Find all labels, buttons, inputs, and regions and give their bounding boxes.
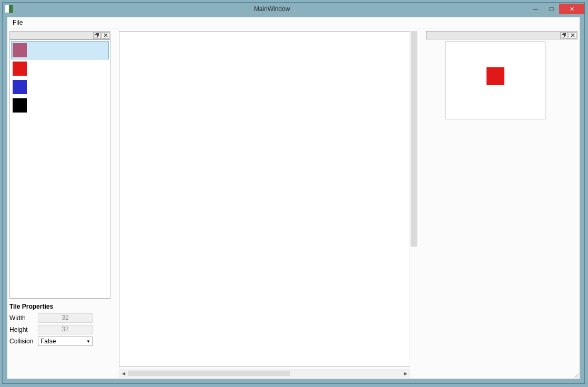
vertical-scrollbar[interactable] (410, 31, 418, 247)
palette-swatch (13, 62, 27, 76)
titlebar[interactable]: MainWindow — ❐ ✕ (3, 3, 584, 15)
chevron-down-icon: ▼ (85, 339, 92, 344)
palette-swatch (13, 98, 27, 113)
client-area: File (7, 17, 580, 379)
tile-properties-heading: Tile Properties (9, 303, 110, 310)
minimize-button[interactable]: — (528, 4, 543, 14)
scrollbar-thumb[interactable] (128, 371, 290, 376)
prop-row-height: Height 32 (9, 325, 110, 334)
palette-swatch (13, 43, 27, 57)
width-field: 32 (38, 313, 93, 323)
right-dock (426, 31, 577, 378)
maximize-button[interactable]: ❐ (543, 4, 559, 14)
scroll-left-icon[interactable]: ◀ (119, 370, 128, 377)
body-area: Tile Properties Width 32 Height 32 Colli… (7, 29, 580, 379)
preview-panel[interactable] (445, 42, 545, 119)
palette-swatch (13, 80, 27, 94)
app-icon (5, 5, 13, 13)
prop-row-width: Width 32 (9, 313, 110, 323)
canvas-wrap (119, 31, 418, 367)
map-canvas[interactable] (119, 31, 410, 367)
height-label: Height (9, 326, 38, 333)
resize-grip-icon[interactable] (573, 372, 579, 378)
left-dock-header[interactable] (9, 31, 110, 39)
collision-label: Collision (9, 338, 38, 345)
scrollbar-thumb[interactable] (411, 31, 417, 247)
center-panel: ◀ ▶ (119, 31, 418, 378)
window-title: MainWindow (16, 5, 528, 13)
height-field: 32 (38, 325, 93, 334)
prop-row-collision: Collision False ▼ (9, 337, 110, 346)
width-label: Width (9, 314, 38, 322)
palette-tile[interactable] (11, 59, 109, 78)
menubar: File (7, 17, 580, 28)
dock-float-icon[interactable] (560, 32, 568, 39)
close-button[interactable]: ✕ (559, 4, 584, 14)
palette-tile[interactable] (11, 96, 109, 115)
right-dock-header[interactable] (426, 31, 577, 39)
main-window: MainWindow — ❐ ✕ File (2, 2, 585, 384)
menu-file[interactable]: File (7, 18, 28, 27)
tile-palette[interactable] (9, 39, 110, 299)
dock-float-icon[interactable] (93, 32, 101, 39)
palette-tile[interactable] (11, 78, 109, 96)
left-dock: Tile Properties Width 32 Height 32 Colli… (9, 31, 110, 378)
horizontal-scrollbar[interactable]: ◀ ▶ (119, 369, 410, 378)
scroll-right-icon[interactable]: ▶ (401, 370, 410, 377)
dock-close-icon[interactable] (102, 32, 109, 39)
tile-properties-panel: Tile Properties Width 32 Height 32 Colli… (9, 303, 110, 348)
preview-swatch (486, 67, 504, 85)
collision-select[interactable]: False ▼ (38, 337, 93, 346)
collision-value: False (40, 338, 56, 345)
palette-tile[interactable] (11, 41, 109, 59)
dock-close-icon[interactable] (569, 32, 576, 39)
